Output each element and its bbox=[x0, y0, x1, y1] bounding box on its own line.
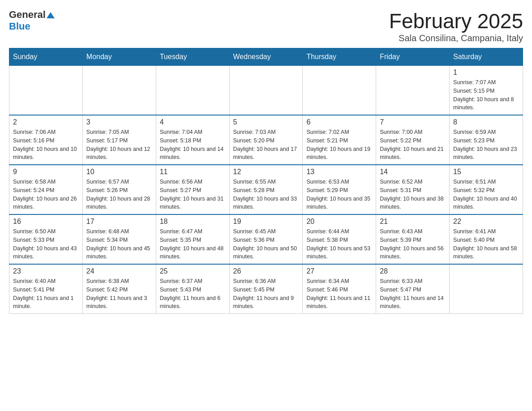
day-header-monday: Monday bbox=[82, 48, 156, 66]
day-info: Sunrise: 6:50 AMSunset: 5:33 PMDaylight:… bbox=[13, 227, 79, 261]
calendar-table: SundayMondayTuesdayWednesdayThursdayFrid… bbox=[9, 48, 523, 314]
calendar-cell bbox=[450, 264, 523, 314]
day-info: Sunrise: 6:37 AMSunset: 5:43 PMDaylight:… bbox=[160, 277, 226, 311]
day-number: 10 bbox=[86, 168, 152, 176]
day-number: 25 bbox=[160, 267, 226, 275]
day-number: 13 bbox=[306, 168, 372, 176]
day-header-friday: Friday bbox=[376, 48, 450, 66]
day-number: 21 bbox=[380, 218, 446, 226]
calendar-cell: 25Sunrise: 6:37 AMSunset: 5:43 PMDayligh… bbox=[156, 264, 229, 314]
day-number: 23 bbox=[13, 267, 79, 275]
day-info: Sunrise: 7:04 AMSunset: 5:18 PMDaylight:… bbox=[160, 128, 226, 162]
calendar-cell: 24Sunrise: 6:38 AMSunset: 5:42 PMDayligh… bbox=[82, 264, 156, 314]
logo-blue-text: Blue bbox=[9, 21, 30, 32]
calendar-cell: 6Sunrise: 7:02 AMSunset: 5:21 PMDaylight… bbox=[303, 115, 376, 165]
day-number: 11 bbox=[160, 168, 226, 176]
day-info: Sunrise: 6:53 AMSunset: 5:29 PMDaylight:… bbox=[306, 178, 372, 211]
calendar-cell: 8Sunrise: 6:59 AMSunset: 5:23 PMDaylight… bbox=[450, 115, 523, 165]
day-number: 3 bbox=[86, 118, 152, 126]
calendar-cell: 4Sunrise: 7:04 AMSunset: 5:18 PMDaylight… bbox=[156, 115, 229, 165]
day-info: Sunrise: 6:59 AMSunset: 5:23 PMDaylight:… bbox=[453, 128, 519, 162]
day-header-sunday: Sunday bbox=[9, 48, 83, 66]
calendar-cell: 22Sunrise: 6:41 AMSunset: 5:40 PMDayligh… bbox=[450, 214, 523, 264]
day-info: Sunrise: 7:05 AMSunset: 5:17 PMDaylight:… bbox=[86, 128, 152, 162]
calendar-cell: 10Sunrise: 6:57 AMSunset: 5:26 PMDayligh… bbox=[82, 165, 156, 214]
day-info: Sunrise: 6:44 AMSunset: 5:38 PMDaylight:… bbox=[306, 227, 372, 261]
day-number: 17 bbox=[86, 218, 152, 226]
day-info: Sunrise: 6:45 AMSunset: 5:36 PMDaylight:… bbox=[233, 227, 299, 261]
day-info: Sunrise: 6:41 AMSunset: 5:40 PMDaylight:… bbox=[453, 227, 519, 261]
calendar-week-4: 16Sunrise: 6:50 AMSunset: 5:33 PMDayligh… bbox=[9, 214, 523, 264]
calendar-cell: 21Sunrise: 6:43 AMSunset: 5:39 PMDayligh… bbox=[376, 214, 450, 264]
location-title: Sala Consilina, Campania, Italy bbox=[389, 33, 523, 43]
day-number: 9 bbox=[13, 168, 79, 176]
page-header: General Blue February 2025 Sala Consilin… bbox=[9, 9, 523, 43]
calendar-week-2: 2Sunrise: 7:06 AMSunset: 5:16 PMDaylight… bbox=[9, 115, 523, 165]
logo: General Blue bbox=[9, 9, 55, 32]
calendar-week-1: 1Sunrise: 7:07 AMSunset: 5:15 PMDaylight… bbox=[9, 66, 523, 116]
calendar-cell: 15Sunrise: 6:51 AMSunset: 5:32 PMDayligh… bbox=[450, 165, 523, 214]
calendar-cell bbox=[303, 66, 376, 116]
day-info: Sunrise: 6:55 AMSunset: 5:28 PMDaylight:… bbox=[233, 178, 299, 211]
day-number: 8 bbox=[453, 118, 519, 126]
day-header-wednesday: Wednesday bbox=[229, 48, 303, 66]
title-block: February 2025 Sala Consilina, Campania, … bbox=[389, 9, 523, 43]
day-number: 15 bbox=[453, 168, 519, 176]
day-number: 16 bbox=[13, 218, 79, 226]
day-number: 18 bbox=[160, 218, 226, 226]
day-headers-row: SundayMondayTuesdayWednesdayThursdayFrid… bbox=[9, 48, 523, 66]
calendar-cell: 7Sunrise: 7:00 AMSunset: 5:22 PMDaylight… bbox=[376, 115, 450, 165]
calendar-cell: 3Sunrise: 7:05 AMSunset: 5:17 PMDaylight… bbox=[82, 115, 156, 165]
calendar-cell: 9Sunrise: 6:58 AMSunset: 5:24 PMDaylight… bbox=[9, 165, 83, 214]
calendar-header: SundayMondayTuesdayWednesdayThursdayFrid… bbox=[9, 48, 523, 66]
day-number: 26 bbox=[233, 267, 299, 275]
calendar-cell bbox=[229, 66, 303, 116]
calendar-body: 1Sunrise: 7:07 AMSunset: 5:15 PMDaylight… bbox=[9, 66, 523, 314]
day-number: 28 bbox=[380, 267, 446, 275]
calendar-cell: 16Sunrise: 6:50 AMSunset: 5:33 PMDayligh… bbox=[9, 214, 83, 264]
day-number: 14 bbox=[380, 168, 446, 176]
calendar-cell: 5Sunrise: 7:03 AMSunset: 5:20 PMDaylight… bbox=[229, 115, 303, 165]
day-number: 1 bbox=[453, 68, 519, 77]
day-info: Sunrise: 6:47 AMSunset: 5:35 PMDaylight:… bbox=[160, 227, 226, 261]
calendar-cell: 19Sunrise: 6:45 AMSunset: 5:36 PMDayligh… bbox=[229, 214, 303, 264]
calendar-cell bbox=[9, 66, 83, 116]
calendar-cell: 14Sunrise: 6:52 AMSunset: 5:31 PMDayligh… bbox=[376, 165, 450, 214]
calendar-cell: 17Sunrise: 6:48 AMSunset: 5:34 PMDayligh… bbox=[82, 214, 156, 264]
calendar-week-3: 9Sunrise: 6:58 AMSunset: 5:24 PMDaylight… bbox=[9, 165, 523, 214]
calendar-cell: 13Sunrise: 6:53 AMSunset: 5:29 PMDayligh… bbox=[303, 165, 376, 214]
day-header-thursday: Thursday bbox=[303, 48, 376, 66]
day-info: Sunrise: 7:07 AMSunset: 5:15 PMDaylight:… bbox=[453, 78, 519, 112]
day-info: Sunrise: 7:00 AMSunset: 5:22 PMDaylight:… bbox=[380, 128, 446, 162]
day-header-tuesday: Tuesday bbox=[156, 48, 229, 66]
calendar-cell: 2Sunrise: 7:06 AMSunset: 5:16 PMDaylight… bbox=[9, 115, 83, 165]
day-info: Sunrise: 7:06 AMSunset: 5:16 PMDaylight:… bbox=[13, 128, 79, 162]
calendar-cell: 26Sunrise: 6:36 AMSunset: 5:45 PMDayligh… bbox=[229, 264, 303, 314]
day-info: Sunrise: 6:43 AMSunset: 5:39 PMDaylight:… bbox=[380, 227, 446, 261]
calendar-cell: 28Sunrise: 6:33 AMSunset: 5:47 PMDayligh… bbox=[376, 264, 450, 314]
calendar-cell bbox=[156, 66, 229, 116]
calendar-cell: 20Sunrise: 6:44 AMSunset: 5:38 PMDayligh… bbox=[303, 214, 376, 264]
day-number: 2 bbox=[13, 118, 79, 126]
calendar-cell bbox=[376, 66, 450, 116]
calendar-cell: 11Sunrise: 6:56 AMSunset: 5:27 PMDayligh… bbox=[156, 165, 229, 214]
day-number: 7 bbox=[380, 118, 446, 126]
calendar-week-5: 23Sunrise: 6:40 AMSunset: 5:41 PMDayligh… bbox=[9, 264, 523, 314]
day-info: Sunrise: 6:34 AMSunset: 5:46 PMDaylight:… bbox=[306, 277, 372, 311]
day-number: 19 bbox=[233, 218, 299, 226]
day-info: Sunrise: 6:38 AMSunset: 5:42 PMDaylight:… bbox=[86, 277, 152, 311]
month-title: February 2025 bbox=[389, 9, 523, 33]
day-info: Sunrise: 7:02 AMSunset: 5:21 PMDaylight:… bbox=[306, 128, 372, 162]
day-number: 20 bbox=[306, 218, 372, 226]
day-number: 22 bbox=[453, 218, 519, 226]
calendar-cell: 12Sunrise: 6:55 AMSunset: 5:28 PMDayligh… bbox=[229, 165, 303, 214]
day-info: Sunrise: 6:40 AMSunset: 5:41 PMDaylight:… bbox=[13, 277, 79, 311]
calendar-cell: 23Sunrise: 6:40 AMSunset: 5:41 PMDayligh… bbox=[9, 264, 83, 314]
day-info: Sunrise: 6:57 AMSunset: 5:26 PMDaylight:… bbox=[86, 178, 152, 211]
day-info: Sunrise: 7:03 AMSunset: 5:20 PMDaylight:… bbox=[233, 128, 299, 162]
day-number: 27 bbox=[306, 267, 372, 275]
logo-general-text: General bbox=[9, 9, 46, 21]
day-number: 12 bbox=[233, 168, 299, 176]
day-info: Sunrise: 6:52 AMSunset: 5:31 PMDaylight:… bbox=[380, 178, 446, 211]
calendar-cell bbox=[82, 66, 156, 116]
